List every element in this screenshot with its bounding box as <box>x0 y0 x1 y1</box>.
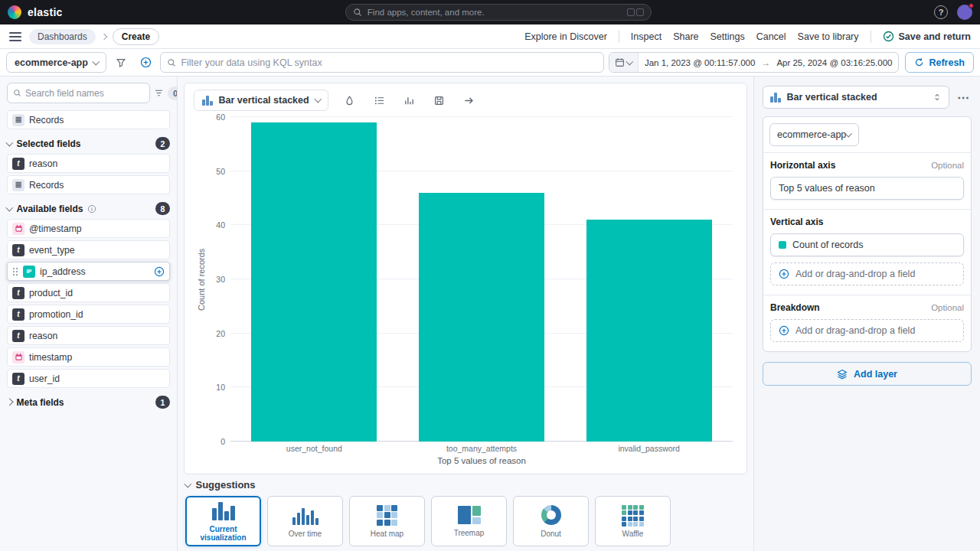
query-bar: ecommerce-app Jan 1, 2023 @ 00:11:57.000… <box>0 49 980 77</box>
search-icon <box>167 58 176 67</box>
axis-sort-icon[interactable] <box>399 90 419 111</box>
field-item-@timestamp[interactable]: @timestamp <box>7 219 170 238</box>
vertical-axis-dimension[interactable]: Count of records <box>770 233 964 256</box>
field-filter-icon[interactable] <box>154 83 164 103</box>
meta-fields-header[interactable]: Meta fields 1 <box>7 396 170 409</box>
date-start[interactable]: Jan 1, 2023 @ 00:11:57.000 <box>639 58 761 67</box>
visualization-panel: Bar vertical stacked Count of records 01… <box>184 83 747 474</box>
suggestion-card-current-visualization[interactable]: Current visualization <box>185 496 261 546</box>
field-item-reason[interactable]: treason <box>7 154 170 173</box>
field-search-input[interactable] <box>25 88 144 99</box>
layer-data-view-select[interactable]: ecommerce-app <box>769 123 859 146</box>
suggestion-card-donut[interactable]: Donut <box>513 496 589 546</box>
field-item-ip_address[interactable]: IPip_address <box>7 262 170 281</box>
field-item-user_id[interactable]: tuser_id <box>7 369 170 388</box>
info-icon[interactable] <box>87 204 96 214</box>
add-layer-button[interactable]: Add layer <box>763 362 972 386</box>
field-item-Records[interactable]: ≣Records <box>7 175 170 194</box>
add-field-plus-icon <box>779 269 789 279</box>
available-fields-header[interactable]: Available fields 8 <box>7 202 170 215</box>
suggestion-card-heat-map[interactable]: Heat map <box>349 496 425 546</box>
user-avatar[interactable] <box>957 5 972 20</box>
field-item-timestamp[interactable]: timestamp <box>7 347 170 367</box>
kql-input[interactable] <box>181 57 597 68</box>
visualization-type-select[interactable]: Bar vertical stacked <box>763 86 949 109</box>
dimension-label: Top 5 values of reason <box>779 183 875 194</box>
suggestion-card-over-time[interactable]: Over time <box>267 496 343 546</box>
bar-too_many_attempts[interactable] <box>419 193 544 442</box>
add-field-label: Add or drag-and-drop a field <box>795 269 915 279</box>
forward-icon[interactable] <box>459 90 479 111</box>
share-link[interactable]: Share <box>673 31 698 42</box>
explore-in-discover-link[interactable]: Explore in Discover <box>524 31 607 42</box>
date-end[interactable]: Apr 25, 2024 @ 03:16:25.000 <box>770 58 898 67</box>
add-field-icon[interactable] <box>154 266 165 277</box>
suggestion-bar-icon <box>196 500 250 520</box>
keyword-field-icon: t <box>12 308 24 321</box>
search-icon <box>13 89 21 97</box>
field-item-product_id[interactable]: tproduct_id <box>7 283 170 302</box>
layer-options-icon[interactable]: ⋯ <box>956 90 972 105</box>
vertical-axis-add-field[interactable]: Add or drag-and-drop a field <box>770 262 964 285</box>
y-axis-tick-label: 0 <box>220 437 225 446</box>
field-name: Records <box>29 115 165 126</box>
bar-user_not_found[interactable] <box>251 122 377 442</box>
suggestion-label: Over time <box>286 530 325 538</box>
data-view-picker[interactable]: ecommerce-app <box>6 52 106 73</box>
selected-fields-header[interactable]: Selected fields 2 <box>7 137 170 150</box>
filter-icon[interactable] <box>111 52 131 73</box>
app-nav-bar: Dashboards Create Explore in Discover In… <box>0 24 980 49</box>
date-field-icon <box>12 223 24 235</box>
chart-type-dropdown[interactable]: Bar vertical stacked <box>194 90 328 111</box>
global-search-input[interactable] <box>368 8 622 17</box>
suggestion-label: Donut <box>537 530 564 538</box>
field-search-box[interactable] <box>7 83 150 103</box>
suggestion-card-treemap[interactable]: Treemap <box>431 496 507 546</box>
field-item-Records[interactable]: ≣Records <box>7 110 170 129</box>
suggestion-bar_time-icon <box>292 505 318 525</box>
breakdown-label: Breakdown <box>770 302 820 313</box>
refresh-button[interactable]: Refresh <box>905 52 974 73</box>
global-search[interactable] <box>345 4 652 21</box>
horizontal-axis-label: Horizontal axis <box>770 160 835 171</box>
suggestion-label: Treemap <box>451 529 488 537</box>
menu-icon[interactable] <box>9 32 21 41</box>
field-name: event_type <box>29 245 165 256</box>
save-to-library-link[interactable]: Save to library <box>798 31 859 42</box>
suggestions-title: Suggestions <box>196 479 256 491</box>
visual-options-icon[interactable] <box>339 90 359 111</box>
calendar-icon[interactable] <box>609 53 639 72</box>
bar-invalid_password[interactable] <box>586 220 712 442</box>
drag-handle-icon[interactable] <box>12 267 18 276</box>
legend-icon[interactable] <box>369 90 389 111</box>
chart-plot-area[interactable] <box>230 117 733 442</box>
add-layer-label: Add layer <box>854 369 897 380</box>
field-list-sidebar: 0 ≣Records Selected fields 2 treason≣Rec… <box>0 77 178 551</box>
breakdown-add-field[interactable]: Add or drag-and-drop a field <box>770 319 964 342</box>
suggestion-card-waffle[interactable]: Waffle <box>595 496 671 546</box>
keyword-field-icon: t <box>12 373 24 385</box>
suggestion-label: Heat map <box>368 530 407 538</box>
x-axis-tick-label: too_many_attempts <box>398 444 566 454</box>
field-item-reason[interactable]: treason <box>7 326 170 345</box>
suggestions-toggle[interactable]: Suggestions <box>185 479 256 491</box>
add-filter-icon[interactable] <box>136 52 155 73</box>
inspect-link[interactable]: Inspect <box>631 31 662 42</box>
field-item-promotion_id[interactable]: tpromotion_id <box>7 305 170 324</box>
field-item-event_type[interactable]: tevent_type <box>7 240 170 259</box>
settings-link[interactable]: Settings <box>710 31 745 42</box>
save-icon[interactable] <box>429 90 449 111</box>
field-name: product_id <box>29 288 165 298</box>
chevron-down-icon <box>6 139 13 145</box>
x-axis: user_not_foundtoo_many_attemptsinvalid_p… <box>230 442 733 454</box>
horizontal-axis-dimension[interactable]: Top 5 values of reason <box>770 177 964 200</box>
cancel-link[interactable]: Cancel <box>756 31 786 42</box>
help-icon[interactable]: ? <box>934 5 948 19</box>
breadcrumb-dashboards[interactable]: Dashboards <box>29 29 96 44</box>
vertical-axis-label: Vertical axis <box>770 217 823 227</box>
kql-search-box[interactable] <box>160 52 604 73</box>
bar-chart[interactable]: Count of records 0102030405060 user_not_… <box>195 117 733 469</box>
save-and-return-button[interactable]: Save and return <box>883 31 971 42</box>
elastic-logo-icon[interactable] <box>8 5 21 19</box>
field-name: timestamp <box>29 352 165 363</box>
